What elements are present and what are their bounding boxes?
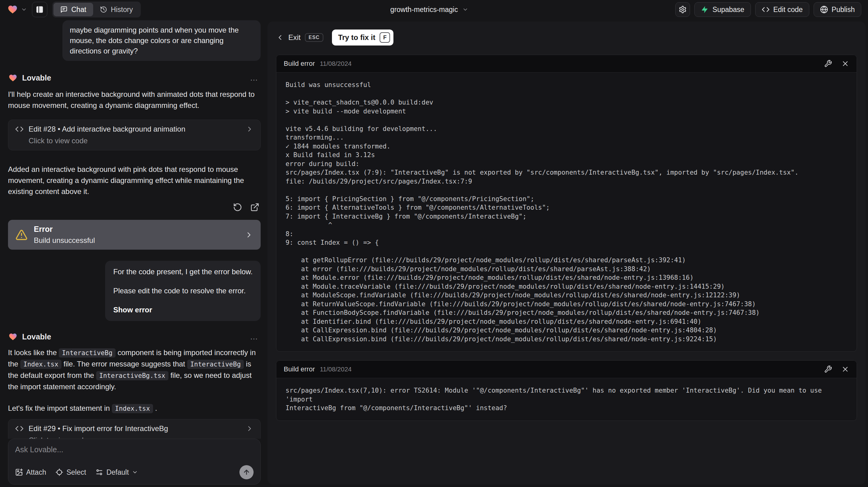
chat-input[interactable] — [15, 445, 254, 454]
tab-history[interactable]: History — [93, 3, 140, 16]
chevron-down-icon — [21, 6, 27, 12]
select-element-button[interactable]: Select — [55, 468, 86, 477]
build-log: src/pages/Index.tsx(7,10): error TS2614:… — [285, 386, 847, 413]
fix-error-button[interactable] — [824, 365, 832, 373]
chat-messages[interactable]: maybe diagramming points and when you mo… — [8, 19, 261, 439]
target-icon — [55, 468, 63, 476]
edit-card-subtitle: Click to view code — [29, 436, 254, 439]
close-icon — [841, 365, 849, 373]
supabase-button[interactable]: Supabase — [694, 2, 751, 17]
lovable-heart-icon — [8, 332, 18, 341]
attach-label: Attach — [26, 468, 46, 477]
project-switcher[interactable]: growth-metrics-magic — [390, 0, 468, 19]
publish-button[interactable]: Publish — [814, 2, 861, 17]
build-error-title: Build error — [284, 60, 315, 68]
gear-icon — [679, 5, 687, 13]
build-error-header: Build error 11/08/2024 — [276, 55, 857, 72]
tab-chat[interactable]: Chat — [54, 3, 93, 16]
user-message: maybe diagramming points and when you mo… — [62, 20, 261, 61]
message-more-button[interactable]: … — [250, 73, 261, 83]
send-button[interactable] — [240, 465, 254, 479]
assistant-message-header: Lovable … — [8, 332, 261, 342]
chevron-left-icon — [276, 33, 284, 41]
f-key-badge: F — [380, 32, 390, 43]
composer-toolbar: Attach Select Default — [15, 465, 254, 479]
try-to-fix-label: Try to fix it — [338, 33, 375, 42]
edit-code-button[interactable]: Edit code — [755, 2, 809, 17]
chat-bubble-icon — [60, 6, 68, 13]
topbar-right: Supabase Edit code Publish — [675, 2, 861, 17]
close-error-button[interactable] — [841, 365, 849, 373]
edit-card-subtitle: Click to view code — [29, 136, 254, 145]
topbar-left: Chat History — [7, 2, 141, 18]
tab-history-label: History — [111, 5, 133, 14]
supabase-label: Supabase — [712, 5, 744, 14]
chevron-down-icon — [462, 6, 468, 12]
build-error-card-2: Build error 11/08/2024 src — [276, 360, 857, 421]
edit-card-row: Edit #28 • Add interactive background an… — [15, 125, 254, 133]
assistant-message: It looks like the InteractiveBg componen… — [8, 347, 261, 392]
edit-card-title: Edit #29 • Fix import error for Interact… — [29, 424, 168, 433]
attach-button[interactable]: Attach — [15, 468, 46, 477]
user-message-line: Please edit the code to resolve the erro… — [113, 285, 253, 296]
code-icon — [15, 125, 24, 133]
chevron-right-icon — [246, 125, 254, 133]
lovable-heart-icon — [8, 73, 18, 82]
error-card-texts: Error Build unsuccessful — [34, 225, 95, 245]
assistant-message: Added an interactive background with pin… — [8, 164, 261, 197]
arrow-up-icon — [243, 468, 250, 476]
publish-label: Publish — [832, 5, 855, 14]
text-segment: file. The error message suggests that — [61, 360, 187, 368]
build-error-date: 11/08/2024 — [320, 366, 352, 373]
try-to-fix-button[interactable]: Try to fix it F — [332, 30, 394, 45]
external-link-icon — [250, 203, 259, 212]
retry-button[interactable] — [233, 203, 242, 212]
error-card-title: Error — [34, 225, 95, 234]
inline-code: Index.tsx — [20, 360, 61, 369]
esc-key-badge: ESC — [305, 33, 323, 42]
chat-panel: maybe diagramming points and when you mo… — [0, 19, 265, 487]
warning-triangle-icon — [16, 229, 28, 241]
build-error-header: Build error 11/08/2024 — [276, 361, 857, 378]
mode-dropdown[interactable]: Default — [95, 468, 138, 477]
assistant-message: I'll help create an interactive backgrou… — [8, 89, 261, 111]
close-error-button[interactable] — [841, 60, 849, 68]
close-icon — [841, 60, 849, 68]
build-error-actions — [824, 365, 849, 373]
lovable-logo-menu[interactable] — [7, 4, 27, 15]
sidebar-toggle-button[interactable] — [32, 2, 47, 17]
fix-error-button[interactable] — [824, 60, 832, 68]
mode-label: Default — [106, 468, 129, 477]
settings-button[interactable] — [675, 2, 690, 17]
app-window: Chat History growth-metrics-magic — [0, 0, 868, 487]
user-message: For the code present, I get the error be… — [105, 261, 261, 321]
build-error-body: src/pages/Index.tsx(7,10): error TS2614:… — [276, 378, 857, 421]
panel-left-icon — [35, 5, 44, 14]
build-error-date: 11/08/2024 — [320, 60, 352, 67]
build-log: Build was unsuccessful > vite_react_shad… — [285, 81, 847, 343]
chevron-right-icon — [245, 231, 253, 239]
edit-card-28[interactable]: Edit #28 • Add interactive background an… — [8, 120, 261, 150]
select-label: Select — [66, 468, 86, 477]
refresh-icon — [233, 203, 242, 212]
attach-image-icon — [15, 468, 23, 476]
inline-code: InteractiveBg — [59, 348, 115, 358]
assistant-message: Let's fix the import statement in Index.… — [8, 403, 261, 414]
inline-code: Index.tsx — [112, 404, 153, 413]
inline-code: InteractiveBg.tsx — [96, 371, 168, 380]
wrench-icon — [824, 365, 832, 373]
show-error-link[interactable]: Show error — [113, 305, 253, 315]
exit-button[interactable]: Exit ESC — [276, 33, 323, 42]
text-segment: Let's fix the import statement in — [8, 404, 112, 412]
edit-card-row: Edit #29 • Fix import error for Interact… — [15, 424, 254, 433]
error-card-subtitle: Build unsuccessful — [34, 236, 95, 245]
exit-label: Exit — [288, 33, 301, 42]
edit-card-29[interactable]: Edit #29 • Fix import error for Interact… — [8, 419, 261, 439]
supabase-icon — [701, 5, 709, 13]
open-preview-button[interactable] — [250, 203, 259, 212]
message-more-button[interactable]: … — [250, 332, 261, 342]
build-error-summary-card[interactable]: Error Build unsuccessful — [8, 220, 261, 250]
build-error-body: Build was unsuccessful > vite_react_shad… — [276, 72, 857, 352]
build-error-actions — [824, 60, 849, 68]
assistant-name: Lovable — [22, 332, 51, 341]
